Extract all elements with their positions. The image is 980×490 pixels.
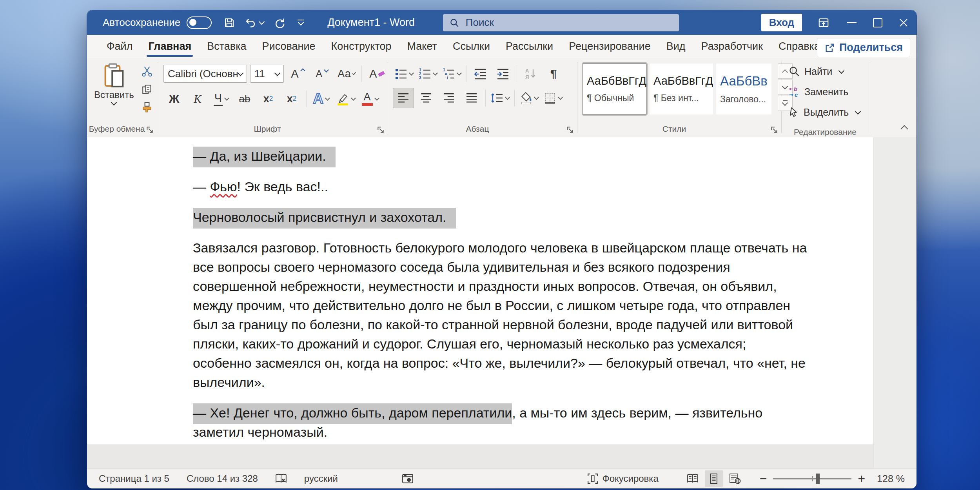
ribbon-tab-9[interactable]: Вид <box>659 35 693 58</box>
collapse-ribbon-button[interactable] <box>902 125 907 132</box>
highlight-color-button[interactable] <box>334 89 357 109</box>
document-text-segment: вылечили». <box>193 375 265 390</box>
minimize-button[interactable] <box>839 10 865 35</box>
customize-quick-access-button[interactable] <box>298 20 304 25</box>
replace-button[interactable]: b c Заменить <box>786 82 869 102</box>
web-layout-button[interactable] <box>726 470 744 487</box>
style-card-normal[interactable]: АаБбВвГгД ¶ Обычный <box>583 64 646 114</box>
decrease-indent-button[interactable] <box>470 64 491 84</box>
ribbon-tab-1[interactable]: Главная <box>140 35 199 58</box>
superscript-button[interactable]: x2 <box>281 89 302 109</box>
read-mode-button[interactable] <box>684 470 702 487</box>
select-button[interactable]: Выделить <box>786 102 869 122</box>
grow-font-button[interactable]: А <box>287 64 308 84</box>
font-size-combo[interactable]: 11 <box>250 65 284 83</box>
find-button[interactable]: Найти <box>786 61 869 82</box>
style-card-heading1[interactable]: АаБбВв Заголово... <box>716 64 771 114</box>
style-card-no-spacing[interactable]: АаБбВвГгД ¶ Без инт... <box>650 64 713 114</box>
zoom-out-button[interactable]: − <box>760 472 767 485</box>
strikethrough-icon: ab <box>239 93 250 105</box>
styles-dialog-launcher[interactable] <box>770 126 778 134</box>
search-box[interactable] <box>443 14 679 31</box>
numbering-button[interactable]: 123 <box>417 64 439 84</box>
clipboard-group-label: Буфер обмена <box>87 124 147 134</box>
close-button[interactable] <box>891 10 916 35</box>
font-color-button[interactable]: А <box>359 89 381 109</box>
share-label: Поделиться <box>839 42 903 54</box>
underline-button[interactable]: Ч <box>211 89 232 109</box>
shading-button[interactable] <box>518 88 540 108</box>
autosave-toggle[interactable] <box>187 16 212 29</box>
align-center-button[interactable] <box>416 88 437 108</box>
signin-button[interactable]: Вход <box>761 14 802 31</box>
maximize-button[interactable] <box>865 10 891 35</box>
shrink-font-button[interactable]: А <box>311 64 332 84</box>
focus-mode-button[interactable]: Фокусировка <box>587 473 658 484</box>
italic-button[interactable]: К <box>187 89 208 109</box>
line-spacing-button[interactable] <box>489 88 511 108</box>
copy-button[interactable] <box>136 82 158 97</box>
change-case-button[interactable]: Аа <box>336 64 357 84</box>
clear-formatting-button[interactable]: А <box>367 64 388 84</box>
text-effects-icon: А <box>313 91 323 107</box>
sort-button[interactable]: АЯ <box>520 64 541 84</box>
macro-recording-button[interactable] <box>402 474 413 484</box>
ribbon-tab-2[interactable]: Вставка <box>199 35 254 58</box>
justify-button[interactable] <box>461 88 482 108</box>
language-label: русский <box>304 473 338 484</box>
bold-button[interactable]: Ж <box>163 89 185 109</box>
document-area[interactable]: — Да, из Швейцарии.— Фью! Эк ведь вас!..… <box>87 137 916 468</box>
word-count[interactable]: Слово 14 из 328 <box>187 473 258 484</box>
page-indicator[interactable]: Страница 1 из 5 <box>99 473 169 484</box>
cut-button[interactable] <box>136 64 158 79</box>
language-indicator[interactable]: русский <box>304 473 338 484</box>
format-painter-button[interactable] <box>136 100 158 115</box>
redo-button[interactable] <box>273 17 286 29</box>
search-input[interactable] <box>465 16 673 29</box>
paragraph-dialog-launcher[interactable] <box>566 126 574 134</box>
format-painter-icon <box>141 102 153 113</box>
share-button[interactable]: Поделиться <box>817 38 910 57</box>
multilevel-list-button[interactable]: 1ai <box>441 64 463 84</box>
print-layout-button[interactable] <box>705 470 723 487</box>
share-icon <box>824 42 835 53</box>
document-text-segment: заметил черномазый. <box>193 425 327 439</box>
borders-button[interactable] <box>542 88 564 108</box>
zoom-level[interactable]: 128 % <box>877 473 905 485</box>
ribbon-tab-8[interactable]: Рецензирование <box>561 35 659 58</box>
ribbon-tab-5[interactable]: Макет <box>399 35 445 58</box>
undo-button[interactable] <box>245 17 264 29</box>
proofing-status[interactable] <box>275 474 287 484</box>
ribbon-tab-4[interactable]: Конструктор <box>323 35 399 58</box>
ribbon-tab-7[interactable]: Рассылки <box>498 35 561 58</box>
strikethrough-button[interactable]: ab <box>234 89 255 109</box>
zoom-slider-thumb[interactable] <box>816 474 820 484</box>
align-left-button[interactable] <box>393 88 414 108</box>
change-case-icon: Аа <box>338 68 350 80</box>
increase-indent-button[interactable] <box>492 64 514 84</box>
zoom-slider[interactable] <box>773 478 851 479</box>
scrollbar-track[interactable] <box>873 137 916 468</box>
ribbon-display-options-button[interactable] <box>818 17 829 29</box>
font-dialog-launcher[interactable] <box>377 126 385 134</box>
mini-divider <box>466 65 466 82</box>
line-spacing-chevron <box>505 95 510 100</box>
ribbon-tab-3[interactable]: Рисование <box>254 35 323 58</box>
ribbon-tab-10[interactable]: Разработчик <box>693 35 771 58</box>
clipboard-dialog-launcher[interactable] <box>146 126 154 134</box>
font-name-combo[interactable]: Calibri (Основн <box>163 65 247 83</box>
align-right-button[interactable] <box>438 88 459 108</box>
text-effects-button[interactable]: А <box>310 89 332 109</box>
ribbon-tab-6[interactable]: Ссылки <box>445 35 498 58</box>
line-spacing-icon <box>491 92 503 104</box>
paste-button[interactable]: Вставить <box>94 63 134 105</box>
close-icon <box>899 18 908 27</box>
zoom-in-button[interactable]: + <box>858 472 865 485</box>
show-marks-button[interactable]: ¶ <box>543 64 564 84</box>
save-button[interactable] <box>223 17 235 29</box>
document-text[interactable]: — Да, из Швейцарии.— Фью! Эк ведь вас!..… <box>193 147 836 453</box>
subscript-button[interactable]: x2 <box>258 89 279 109</box>
svg-text:А: А <box>525 68 529 74</box>
ribbon-tab-0[interactable]: Файл <box>99 35 140 58</box>
bullets-button[interactable] <box>393 64 415 84</box>
